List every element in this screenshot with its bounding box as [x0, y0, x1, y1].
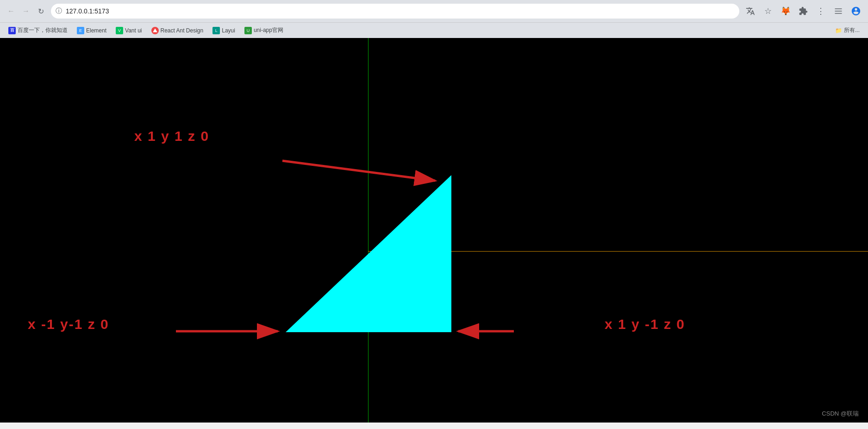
- triangle-shape: [286, 175, 451, 332]
- bookmark-uniapp-label: uni-app官网: [254, 26, 283, 34]
- label-top: x 1 y 1 z 0: [134, 128, 209, 144]
- bookmark-baidu[interactable]: 百 百度一下，你就知道: [5, 25, 71, 36]
- split-icon[interactable]: [831, 4, 846, 19]
- bookmarks-bar: 百 百度一下，你就知道 E Element V Vant ui React An…: [0, 22, 868, 38]
- bookmark-vant[interactable]: V Vant ui: [112, 25, 145, 36]
- fox-icon[interactable]: 🦊: [778, 4, 793, 19]
- back-button[interactable]: ←: [5, 5, 18, 18]
- reload-button[interactable]: ↻: [34, 5, 47, 18]
- nav-buttons: ← → ↻: [5, 5, 47, 18]
- triangle-svg: [0, 38, 868, 423]
- menu-icon[interactable]: ⋮: [813, 4, 828, 19]
- bookmark-react-label: React Ant Design: [161, 27, 204, 34]
- svg-marker-0: [153, 28, 157, 32]
- bookmark-element-label: Element: [86, 27, 106, 34]
- address-bar[interactable]: [51, 4, 739, 19]
- baidu-icon: 百: [8, 27, 16, 34]
- info-icon: ⓘ: [56, 7, 62, 15]
- bookmark-vant-label: Vant ui: [125, 27, 142, 34]
- bookmark-layui[interactable]: L Layui: [209, 25, 239, 36]
- react-icon: [151, 27, 159, 34]
- bookmark-layui-label: Layui: [222, 27, 235, 34]
- vant-icon: V: [116, 27, 123, 34]
- bookmark-element[interactable]: E Element: [73, 25, 110, 36]
- extensions-icon[interactable]: [796, 4, 811, 19]
- layui-icon: L: [212, 27, 220, 34]
- uniapp-icon: U: [244, 27, 252, 34]
- address-bar-wrapper: ⓘ: [51, 4, 739, 19]
- forward-button[interactable]: →: [19, 5, 32, 18]
- bookmark-uniapp[interactable]: U uni-app官网: [241, 25, 287, 36]
- bookmark-star-icon[interactable]: ☆: [761, 4, 775, 19]
- label-bottom-right: x 1 y -1 z 0: [605, 316, 685, 332]
- all-bookmarks-button[interactable]: 📁 所有...: [831, 25, 863, 36]
- translate-icon[interactable]: [743, 4, 758, 19]
- toolbar-icons: ☆ 🦊 ⋮: [743, 4, 863, 19]
- element-icon: E: [77, 27, 84, 34]
- folder-icon: 📁: [835, 27, 842, 34]
- page-content: x 1 y 1 z 0 x -1 y-1 z 0 x 1 y -1 z 0 CS…: [0, 38, 868, 423]
- bookmark-react[interactable]: React Ant Design: [148, 25, 207, 36]
- bookmark-baidu-label: 百度一下，你就知道: [18, 26, 68, 34]
- bookmarks-right: 📁 所有...: [831, 25, 863, 36]
- profile-icon[interactable]: [849, 4, 863, 19]
- label-bottom-left: x -1 y-1 z 0: [28, 316, 109, 332]
- watermark: CSDN @联瑞: [822, 410, 859, 418]
- browser-toolbar: ← → ↻ ⓘ ☆ 🦊 ⋮: [0, 0, 868, 22]
- all-bookmarks-label: 所有...: [844, 26, 860, 34]
